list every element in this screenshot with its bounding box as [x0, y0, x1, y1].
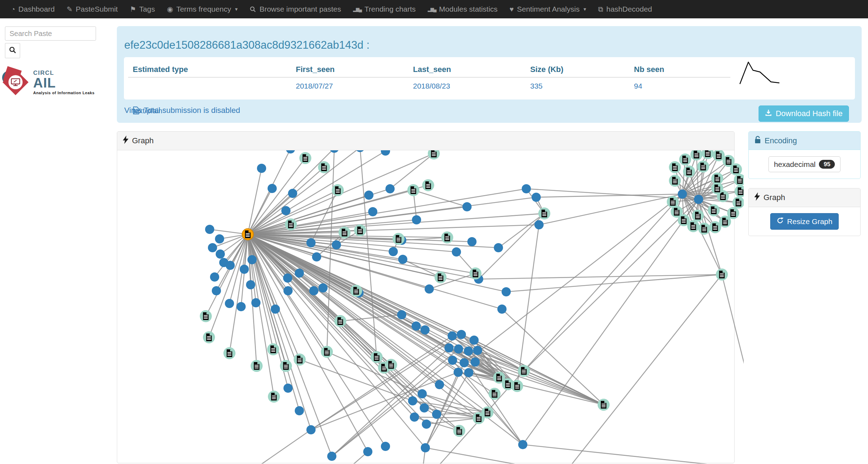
graph-node-paste[interactable] [364, 191, 373, 200]
graph-node-hash[interactable] [203, 331, 215, 343]
graph-node-hash[interactable] [285, 218, 297, 230]
graph-node-hash[interactable] [280, 360, 292, 372]
graph-node-hash[interactable] [692, 210, 704, 222]
graph-node-paste[interactable] [448, 356, 457, 365]
nav-item-dashboard[interactable]: ◔Dashboard [5, 0, 61, 18]
graph-node-paste[interactable] [412, 215, 421, 224]
graph-node-paste[interactable] [210, 272, 219, 282]
graph-node-hash[interactable] [393, 233, 405, 245]
graph-node-paste[interactable] [389, 247, 398, 256]
graph-node-hash[interactable] [730, 163, 742, 175]
graph-node-paste[interactable] [205, 225, 214, 234]
graph-node-hash[interactable] [422, 179, 434, 191]
graph-node-hash[interactable] [385, 359, 397, 371]
graph-node-paste[interactable] [448, 331, 457, 341]
graph-node-hash[interactable] [669, 175, 681, 187]
graph-node-paste[interactable] [467, 237, 477, 246]
graph-node-hash[interactable] [332, 184, 344, 196]
graph-node-hash[interactable] [354, 224, 366, 236]
graph-node-paste[interactable] [678, 189, 687, 199]
graph-node-paste[interactable] [502, 287, 511, 296]
graph-node-paste[interactable] [381, 442, 390, 451]
graph-node-hash[interactable] [598, 399, 610, 411]
graph-node-paste[interactable] [435, 380, 444, 389]
graph-node-hash[interactable] [268, 391, 280, 403]
graph-node-hash[interactable] [735, 185, 744, 197]
graph-node-hash[interactable] [321, 346, 333, 358]
graph-node-paste[interactable] [462, 202, 472, 211]
graph-node-hash[interactable] [698, 223, 710, 235]
graph-node-paste[interactable] [283, 286, 293, 295]
nav-item-pastesubmit[interactable]: ✎PasteSubmit [61, 0, 124, 18]
graph-node-paste[interactable] [306, 425, 316, 434]
graph-node-paste[interactable] [212, 286, 221, 295]
graph-node-hash[interactable] [518, 365, 530, 377]
graph-node-paste[interactable] [318, 283, 328, 293]
graph-node-current-hash[interactable] [242, 229, 253, 240]
graph-node-paste[interactable] [420, 325, 430, 335]
graph-node-paste[interactable] [225, 299, 234, 308]
node-link-graph[interactable] [117, 150, 744, 464]
graph-node-paste[interactable] [464, 368, 473, 377]
graph-node-hash[interactable] [734, 174, 744, 186]
graph-node-hash[interactable] [697, 161, 709, 173]
graph-node-paste[interactable] [295, 269, 304, 278]
nav-item-hashdecoded[interactable]: ⧉hashDecoded [592, 0, 658, 18]
graph-node-paste[interactable] [288, 189, 297, 198]
graph-node-hash[interactable] [435, 271, 447, 283]
graph-node-hash[interactable] [469, 267, 481, 279]
graph-node-paste[interactable] [327, 452, 336, 461]
graph-node-hash[interactable] [702, 150, 714, 159]
graph-node-paste[interactable] [385, 184, 395, 193]
graph-node-paste[interactable] [251, 298, 261, 307]
graph-node-hash[interactable] [708, 204, 720, 216]
graph-node-hash[interactable] [350, 285, 362, 297]
graph-node-paste[interactable] [454, 368, 463, 377]
graph-node-paste[interactable] [309, 286, 318, 295]
nav-item-modules-statistics[interactable]: ▂▆▄Modules statistics [422, 0, 504, 18]
graph-node-paste[interactable] [381, 150, 390, 156]
graph-node-hash[interactable] [511, 380, 523, 392]
graph-node-hash[interactable] [441, 231, 453, 243]
graph-node-paste[interactable] [532, 193, 541, 202]
graph-node-paste[interactable] [363, 447, 372, 456]
graph-node-paste[interactable] [454, 344, 463, 354]
graph-node-paste[interactable] [471, 357, 480, 367]
graph-node-paste[interactable] [494, 243, 503, 252]
search-button[interactable] [5, 43, 20, 58]
graph-node-hash[interactable] [716, 269, 728, 281]
graph-node-hash[interactable] [732, 197, 744, 209]
graph-node-hash[interactable] [267, 343, 279, 355]
graph-node-paste[interactable] [469, 336, 479, 345]
graph-node-hash[interactable] [251, 360, 263, 372]
graph-node-paste[interactable] [497, 305, 507, 314]
graph-node-hash[interactable] [407, 184, 419, 196]
graph-node-paste[interactable] [283, 273, 292, 283]
graph-node-paste[interactable] [215, 234, 224, 243]
graph-node-paste[interactable] [208, 243, 217, 252]
search-paste-input[interactable] [5, 26, 96, 41]
graph-node-hash[interactable] [294, 354, 306, 366]
graph-node-paste[interactable] [268, 184, 277, 193]
graph-node-hash[interactable] [538, 207, 550, 219]
nav-item-browse-important-pastes[interactable]: Browse important pastes [244, 0, 347, 18]
graph-node-paste[interactable] [286, 150, 295, 153]
nav-item-sentiment-analysis[interactable]: ♥Sentiment Analysis▾ [504, 0, 592, 18]
nav-item-terms-frequency[interactable]: ◉Terms frequency▾ [161, 0, 244, 18]
graph-node-hash[interactable] [711, 182, 723, 194]
graph-node-paste[interactable] [216, 249, 225, 259]
graph-node-paste[interactable] [306, 238, 316, 247]
graph-node-paste[interactable] [418, 389, 427, 398]
graph-node-hash[interactable] [683, 165, 695, 177]
graph-node-paste[interactable] [355, 150, 365, 152]
graph-node-hash[interactable] [489, 388, 501, 400]
graph-node-paste[interactable] [408, 396, 417, 405]
graph-node-paste[interactable] [246, 280, 255, 289]
graph-node-paste[interactable] [257, 164, 266, 173]
graph-node-hash[interactable] [334, 315, 346, 327]
download-hash-file-button[interactable]: Download Hash file [759, 106, 849, 122]
graph-node-paste[interactable] [444, 343, 454, 352]
graph-node-hash[interactable] [709, 221, 721, 233]
graph-node-paste[interactable] [312, 252, 321, 261]
graph-node-paste[interactable] [226, 261, 235, 270]
